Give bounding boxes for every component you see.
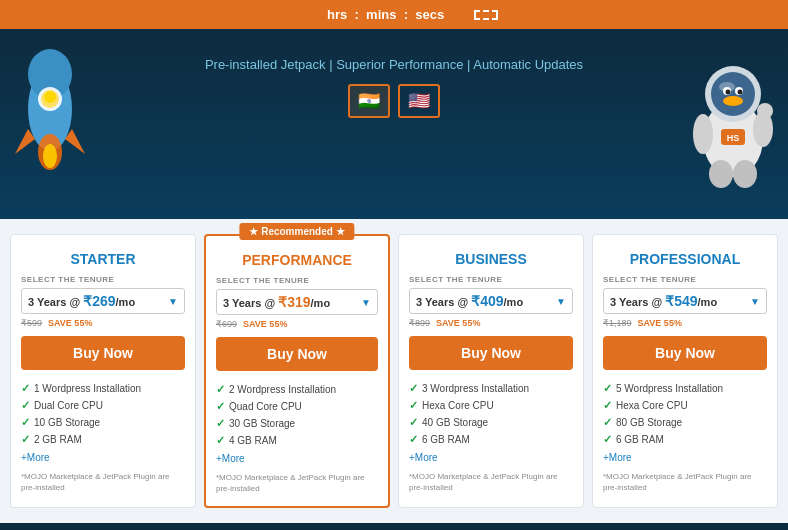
save-badge: SAVE 55% — [436, 318, 480, 328]
check-icon: ✓ — [21, 399, 30, 412]
plan-card-performance: ★ Recommended ★ PERFORMANCE SELECT THE T… — [204, 234, 390, 508]
usa-flag-button[interactable]: 🇺🇸 — [398, 84, 440, 118]
check-icon: ✓ — [603, 433, 612, 446]
plan-title-performance: PERFORMANCE — [216, 252, 378, 268]
flag-selector[interactable]: 🇮🇳 🇺🇸 — [10, 84, 778, 118]
recommended-badge: ★ Recommended ★ — [239, 223, 354, 240]
check-icon: ✓ — [409, 382, 418, 395]
tenure-dropdown[interactable]: 3 Years @ ₹319/mo ▼ — [216, 289, 378, 315]
check-icon: ✓ — [216, 434, 225, 447]
tenure-price: 3 Years @ ₹319/mo — [223, 294, 330, 310]
savings-row: ₹899 SAVE 55% — [409, 318, 573, 328]
check-icon: ✓ — [603, 399, 612, 412]
plan-card-professional: PROFESSIONAL SELECT THE TENURE 3 Years @… — [592, 234, 778, 508]
tenure-dropdown[interactable]: 3 Years @ ₹269/mo ▼ — [21, 288, 185, 314]
feature-item: ✓ 40 GB Storage — [409, 414, 573, 431]
original-price: ₹899 — [409, 318, 430, 328]
feature-item: ✓ 80 GB Storage — [603, 414, 767, 431]
check-icon: ✓ — [409, 433, 418, 446]
buy-now-button-performance[interactable]: Buy Now — [216, 337, 378, 371]
footnote: *MOJO Marketplace & JetPack Plugin are p… — [21, 471, 185, 493]
save-badge: SAVE 55% — [48, 318, 92, 328]
plan-title-starter: STARTER — [21, 251, 185, 267]
feature-item: ✓ Hexa Core CPU — [409, 397, 573, 414]
check-icon: ✓ — [409, 399, 418, 412]
more-link[interactable]: +More — [21, 452, 185, 463]
check-icon: ✓ — [216, 400, 225, 413]
feature-item: ✓ Dual Core CPU — [21, 397, 185, 414]
tenure-price: 3 Years @ ₹269/mo — [28, 293, 135, 309]
check-icon: ✓ — [216, 383, 225, 396]
features-list: ✓ 2 Wordpress Installation ✓ Quad Core C… — [216, 381, 378, 449]
plan-card-starter: STARTER SELECT THE TENURE 3 Years @ ₹269… — [10, 234, 196, 508]
more-link[interactable]: +More — [409, 452, 573, 463]
svg-text:HS: HS — [727, 133, 740, 143]
svg-point-16 — [726, 90, 731, 95]
footnote: *MOJO Marketplace & JetPack Plugin are p… — [409, 471, 573, 493]
svg-point-17 — [738, 90, 743, 95]
feature-item: ✓ 6 GB RAM — [603, 431, 767, 448]
india-flag-button[interactable]: 🇮🇳 — [348, 84, 390, 118]
save-badge: SAVE 55% — [243, 319, 287, 329]
plan-card-business: BUSINESS SELECT THE TENURE 3 Years @ ₹40… — [398, 234, 584, 508]
tenure-label: SELECT THE TENURE — [409, 275, 573, 284]
savings-row: ₹699 SAVE 55% — [216, 319, 378, 329]
tenure-price: 3 Years @ ₹549/mo — [610, 293, 717, 309]
feature-item: ✓ 10 GB Storage — [21, 414, 185, 431]
hero-section: HS Pre-installed Jetpack | Superior Perf… — [0, 29, 788, 219]
more-link[interactable]: +More — [216, 453, 378, 464]
svg-point-20 — [757, 103, 773, 119]
tenure-label: SELECT THE TENURE — [216, 276, 378, 285]
feature-item: ✓ Hexa Core CPU — [603, 397, 767, 414]
features-list: ✓ 3 Wordpress Installation ✓ Hexa Core C… — [409, 380, 573, 448]
svg-point-18 — [693, 114, 713, 154]
plan-title-professional: PROFESSIONAL — [603, 251, 767, 267]
features-list: ✓ 5 Wordpress Installation ✓ Hexa Core C… — [603, 380, 767, 448]
pricing-grid: STARTER SELECT THE TENURE 3 Years @ ₹269… — [10, 234, 778, 508]
feature-item: ✓ 2 GB RAM — [21, 431, 185, 448]
savings-row: ₹599 SAVE 55% — [21, 318, 185, 328]
chevron-down-icon: ▼ — [556, 296, 566, 307]
feature-item: ✓ 30 GB Storage — [216, 415, 378, 432]
buy-now-button-business[interactable]: Buy Now — [409, 336, 573, 370]
check-icon: ✓ — [216, 417, 225, 430]
tenure-dropdown[interactable]: 3 Years @ ₹549/mo ▼ — [603, 288, 767, 314]
buy-now-button-starter[interactable]: Buy Now — [21, 336, 185, 370]
chevron-down-icon: ▼ — [168, 296, 178, 307]
chevron-down-icon: ▼ — [361, 297, 371, 308]
coupon-code[interactable] — [474, 10, 498, 20]
check-icon: ✓ — [21, 416, 30, 429]
savings-row: ₹1,189 SAVE 55% — [603, 318, 767, 328]
check-icon: ✓ — [21, 382, 30, 395]
tenure-dropdown[interactable]: 3 Years @ ₹409/mo ▼ — [409, 288, 573, 314]
tenure-price: 3 Years @ ₹409/mo — [416, 293, 523, 309]
feature-item: ✓ 1 Wordpress Installation — [21, 380, 185, 397]
svg-point-21 — [709, 160, 733, 188]
buy-now-button-professional[interactable]: Buy Now — [603, 336, 767, 370]
rocket-mascot — [5, 44, 95, 174]
tenure-label: SELECT THE TENURE — [21, 275, 185, 284]
tenure-label: SELECT THE TENURE — [603, 275, 767, 284]
original-price: ₹599 — [21, 318, 42, 328]
feature-item: ✓ 4 GB RAM — [216, 432, 378, 449]
timer: hrs : mins : secs — [327, 7, 444, 22]
svg-point-8 — [43, 144, 57, 168]
top-banner: hrs : mins : secs — [0, 0, 788, 29]
svg-point-13 — [723, 96, 743, 106]
svg-point-22 — [733, 160, 757, 188]
plan-title-business: BUSINESS — [409, 251, 573, 267]
original-price: ₹1,189 — [603, 318, 632, 328]
footnote: *MOJO Marketplace & JetPack Plugin are p… — [216, 472, 378, 494]
original-price: ₹699 — [216, 319, 237, 329]
svg-point-11 — [711, 72, 755, 116]
astronaut-mascot: HS — [683, 39, 783, 189]
check-icon: ✓ — [409, 416, 418, 429]
more-link[interactable]: +More — [603, 452, 767, 463]
check-icon: ✓ — [21, 433, 30, 446]
feature-item: ✓ Quad Core CPU — [216, 398, 378, 415]
pricing-section: STARTER SELECT THE TENURE 3 Years @ ₹269… — [0, 219, 788, 523]
footnote: *MOJO Marketplace & JetPack Plugin are p… — [603, 471, 767, 493]
feature-item: ✓ 5 Wordpress Installation — [603, 380, 767, 397]
feature-item: ✓ 2 Wordpress Installation — [216, 381, 378, 398]
save-badge: SAVE 55% — [638, 318, 682, 328]
